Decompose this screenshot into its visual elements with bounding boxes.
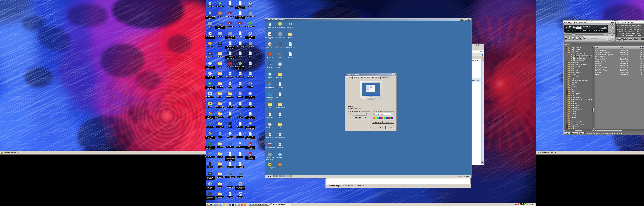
svg-text:ATI: ATI — [239, 22, 241, 24]
svg-text:DVD: DVD — [279, 24, 281, 25]
svg-text:U: U — [280, 164, 280, 166]
svg-text:A: A — [229, 62, 230, 65]
svg-text:fb: fb — [209, 93, 210, 95]
svg-text:exoteric reach.org: exoteric reach.org — [283, 199, 298, 201]
svg-text:DVD: DVD — [269, 164, 271, 165]
svg-text:AVG: AVG — [268, 64, 271, 65]
svg-text:ATI: ATI — [229, 22, 231, 24]
svg-text:120: 120 — [269, 44, 271, 45]
svg-text:WS: WS — [209, 143, 211, 144]
svg-text:BF2: BF2 — [209, 53, 211, 54]
svg-text:ATI: ATI — [229, 12, 231, 14]
svg-text:99: 99 — [209, 103, 211, 104]
svg-text:A: A — [249, 143, 251, 145]
svg-text:ain: ain — [229, 123, 231, 124]
svg-text:A: A — [249, 153, 251, 155]
svg-text:U: U — [220, 12, 220, 14]
